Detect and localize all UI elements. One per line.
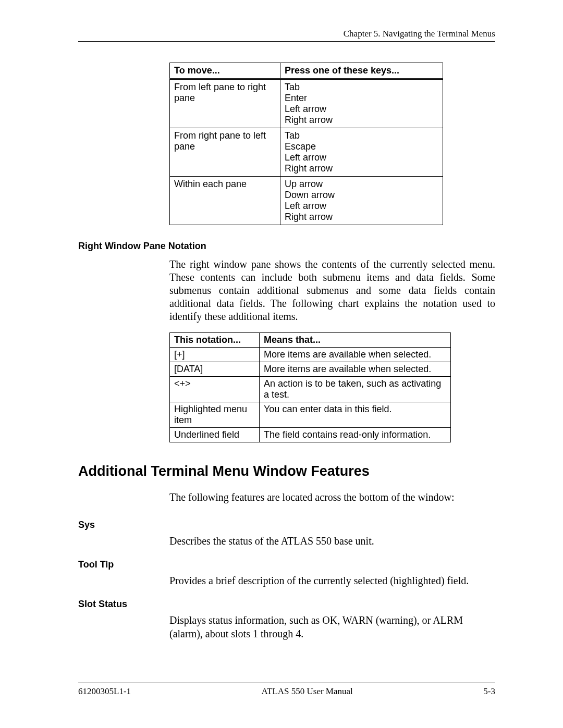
footer-manual-title: ATLAS 550 User Manual — [262, 686, 353, 697]
feature-item: Tool Tip Provides a brief description of… — [78, 559, 495, 587]
feature-item: Sys Describes the status of the ATLAS 55… — [78, 520, 495, 548]
table-cell: Tab Escape Left arrow Right arrow — [280, 128, 443, 177]
table-cell: [DATA] — [170, 362, 260, 377]
subsection-heading: Right Window Pane Notation — [78, 241, 495, 252]
table-cell: Highlighted menu item — [170, 402, 260, 428]
table-header: To move... — [170, 63, 280, 79]
table-cell: <+> — [170, 377, 260, 402]
table-cell: From left pane to right pane — [170, 79, 280, 128]
footer-doc-number: 61200305L1-1 — [78, 686, 131, 697]
table-cell: From right pane to left pane — [170, 128, 280, 177]
feature-description: Describes the status of the ATLAS 550 ba… — [169, 520, 374, 548]
navigation-keys-table: To move... Press one of these keys... Fr… — [169, 63, 443, 225]
feature-description: Displays status information, such as OK,… — [169, 599, 495, 640]
table-cell: Tab Enter Left arrow Right arrow — [280, 79, 443, 128]
footer-page-number: 5-3 — [483, 686, 495, 697]
page-content: To move... Press one of these keys... Fr… — [78, 63, 495, 640]
table-cell: More items are available when selected. — [260, 362, 451, 377]
section-heading: Additional Terminal Menu Window Features — [78, 463, 495, 479]
table-cell: An action is to be taken, such as activa… — [260, 377, 451, 402]
table-cell: Within each pane — [170, 177, 280, 225]
page-header: Chapter 5. Navigating the Terminal Menus — [78, 29, 495, 42]
feature-item: Slot Status Displays status information,… — [78, 599, 495, 640]
feature-label: Tool Tip — [78, 559, 169, 587]
table-cell: The field contains read-only information… — [260, 428, 451, 442]
table-header: Means that... — [260, 333, 451, 348]
table-header: This notation... — [170, 333, 260, 348]
document-page: Chapter 5. Navigating the Terminal Menus… — [0, 0, 563, 728]
page-footer: 61200305L1-1 ATLAS 550 User Manual 5-3 — [78, 683, 495, 697]
feature-label: Sys — [78, 520, 169, 548]
table-cell: Up arrow Down arrow Left arrow Right arr… — [280, 177, 443, 225]
table-cell: You can enter data in this field. — [260, 402, 451, 428]
body-paragraph: The right window pane shows the contents… — [169, 258, 495, 323]
feature-label: Slot Status — [78, 599, 169, 640]
body-paragraph: The following features are located acros… — [169, 491, 495, 504]
table-cell: More items are available when selected. — [260, 348, 451, 362]
chapter-title: Chapter 5. Navigating the Terminal Menus — [344, 29, 495, 39]
feature-description: Provides a brief description of the curr… — [169, 559, 469, 587]
notation-table: This notation... Means that... [+] More … — [169, 332, 451, 442]
table-cell: [+] — [170, 348, 260, 362]
table-cell: Underlined field — [170, 428, 260, 442]
table-header: Press one of these keys... — [280, 63, 443, 79]
